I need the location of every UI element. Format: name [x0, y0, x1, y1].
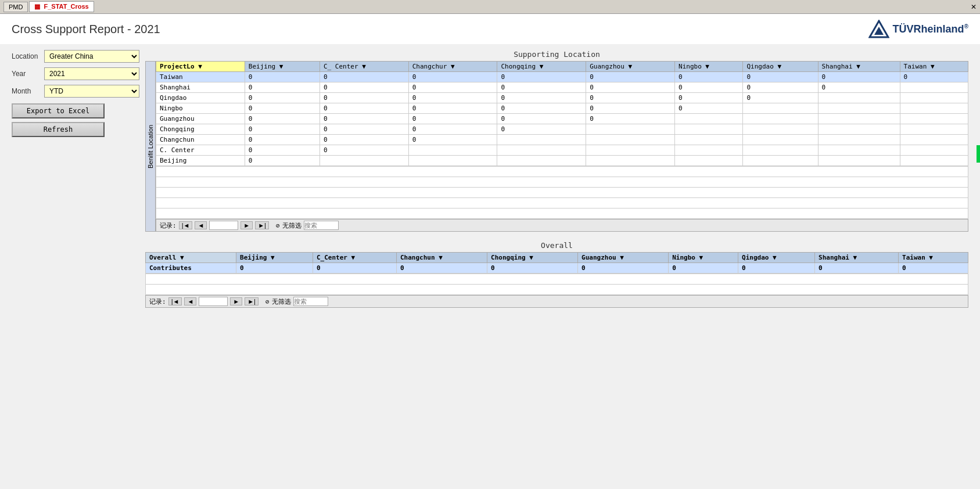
close-button[interactable]: ✕ [971, 3, 977, 11]
table-cell: 0 [818, 72, 900, 82]
table-cell: 0 [320, 124, 408, 135]
refresh-button[interactable]: Refresh [12, 122, 105, 137]
empty-row [156, 208, 968, 219]
table-cell: 0 [313, 263, 397, 274]
table-cell: 0 [743, 93, 818, 103]
table-cell [818, 145, 900, 156]
month-row: Month YTD [12, 85, 139, 98]
location-select[interactable]: Greater China [44, 50, 139, 63]
empty-row [156, 198, 968, 208]
table-row: Changchun000 [156, 135, 968, 145]
table-cell: 0 [408, 103, 497, 114]
table-cell [675, 135, 743, 145]
benifit-location-label: Benifit Location [145, 61, 156, 232]
table-cell [743, 103, 818, 114]
col-changchun[interactable]: Changchur ▼ [408, 62, 497, 72]
sidebar: Location Greater China Year 2021 Month Y… [12, 50, 139, 308]
table-cell: 0 [245, 103, 320, 114]
table-cell: 0 [899, 263, 968, 274]
overall-pag-search-input[interactable] [293, 297, 328, 306]
table-cell [743, 156, 818, 166]
table-cell: 0 [497, 103, 586, 114]
table-cell: 0 [320, 93, 408, 103]
pag-page-input[interactable] [209, 221, 238, 230]
table-cell: 0 [245, 124, 320, 135]
table-cell: 0 [675, 82, 743, 93]
supporting-location-header-row: ProjectLo ▼ Beijing ▼ C_ Center ▼ Changc… [156, 62, 968, 72]
overall-pag-next-btn[interactable]: ► [230, 297, 242, 305]
table-cell: 0 [586, 114, 675, 124]
empty-row [156, 167, 968, 177]
pag-last-btn[interactable]: ►| [255, 221, 269, 229]
overall-col-ningbo[interactable]: Ningbo ▼ [669, 253, 738, 263]
table-cell [900, 124, 968, 135]
table-row: Ningbo000000 [156, 103, 968, 114]
overall-col-beijing[interactable]: Beijing ▼ [236, 253, 313, 263]
table-row: C. Center00 [156, 145, 968, 156]
table-cell [900, 103, 968, 114]
tab-fstat-label: F_STAT_Cross [44, 3, 89, 10]
tuv-logo-triangle [868, 20, 889, 38]
overall-pag-last-btn[interactable]: ►| [245, 297, 259, 305]
table-cell [408, 156, 497, 166]
overall-col-taiwan[interactable]: Taiwan ▼ [899, 253, 968, 263]
col-ccenter[interactable]: C_ Center ▼ [320, 62, 408, 72]
col-projectlo[interactable]: ProjectLo ▼ [156, 62, 245, 72]
col-beijing[interactable]: Beijing ▼ [245, 62, 320, 72]
overall-col-qingdao[interactable]: Qingdao ▼ [738, 253, 815, 263]
table-cell: Chongqing [156, 124, 245, 135]
table-cell: 0 [320, 72, 408, 82]
year-select[interactable]: 2021 [44, 67, 139, 80]
table-cell: Shanghai [156, 82, 245, 93]
table-cell [818, 114, 900, 124]
table-cell [900, 135, 968, 145]
table-cell: 0 [320, 114, 408, 124]
table-cell: 0 [408, 93, 497, 103]
pag-next-btn[interactable]: ► [240, 221, 253, 229]
overall-col-changchun[interactable]: Changchun ▼ [397, 253, 487, 263]
table-row: Contributes000000000 [146, 263, 968, 274]
export-button[interactable]: Export to Excel [12, 103, 105, 118]
col-ningbo[interactable]: Ningbo ▼ [675, 62, 743, 72]
overall-col-shanghai[interactable]: Shanghai ▼ [815, 253, 899, 263]
col-guangzhou[interactable]: Guangzhou ▼ [586, 62, 675, 72]
overall-col-guangzhou[interactable]: Guangzhou ▼ [578, 253, 669, 263]
tables-area: Supporting Location Benifit Location Pro… [145, 50, 968, 308]
overall-pag-prev-btn[interactable]: ◄ [184, 297, 196, 305]
pag-first-btn[interactable]: |◄ [179, 221, 193, 229]
overall-empty [145, 274, 968, 295]
table-row: Beijing0 [156, 156, 968, 166]
table-cell: 0 [245, 135, 320, 145]
table-cell [586, 145, 675, 156]
pag-prev-btn[interactable]: ◄ [195, 221, 207, 229]
table-cell [675, 156, 743, 166]
table-cell: 0 [497, 82, 586, 93]
table-cell: Changchun [156, 135, 245, 145]
col-chongqing[interactable]: Chongqing ▼ [497, 62, 586, 72]
table-cell: 0 [408, 72, 497, 82]
tab-pmd[interactable]: PMD [3, 2, 28, 12]
col-qingdao[interactable]: Qingdao ▼ [743, 62, 818, 72]
overall-col-chongqing[interactable]: Chongqing ▼ [487, 253, 578, 263]
col-shanghai[interactable]: Shanghai ▼ [818, 62, 900, 72]
overall-pag-page-input[interactable] [199, 297, 228, 306]
col-taiwan[interactable]: Taiwan ▼ [900, 62, 968, 72]
table-cell [900, 82, 968, 93]
overall-pag-nofilter-text: 无筛选 [272, 297, 291, 306]
pag-search-input[interactable] [304, 221, 339, 230]
table-row: Taiwan000000000 [156, 72, 968, 82]
table-cell: 0 [586, 72, 675, 82]
table-cell: 0 [487, 263, 578, 274]
overall-pag-first-btn[interactable]: |◄ [168, 297, 182, 305]
table-cell [743, 135, 818, 145]
table-cell: 0 [675, 72, 743, 82]
table-cell: 0 [669, 263, 738, 274]
month-select[interactable]: YTD [44, 85, 139, 98]
location-row: Location Greater China [12, 50, 139, 63]
empty-row [146, 274, 968, 285]
pag-nofilter-icon: ⊘ [276, 222, 280, 229]
tab-fstat[interactable]: ▦ F_STAT_Cross [29, 1, 94, 12]
overall-header-row: Overall ▼ Beijing ▼ C_Center ▼ Changchun… [146, 253, 968, 263]
overall-col-ccenter[interactable]: C_Center ▼ [313, 253, 397, 263]
overall-col-overall[interactable]: Overall ▼ [146, 253, 236, 263]
